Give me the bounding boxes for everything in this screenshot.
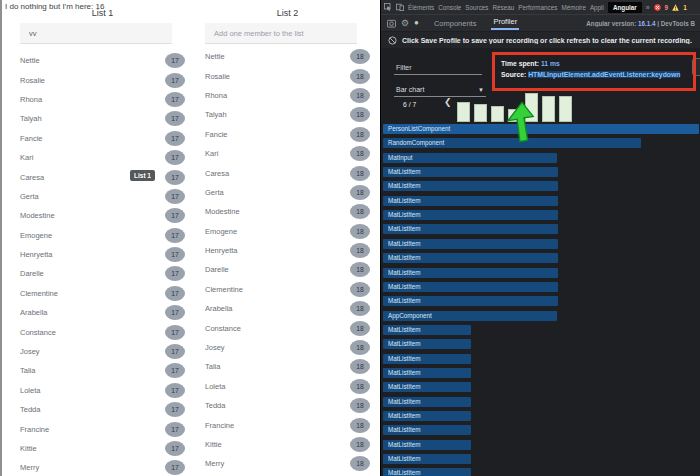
list-item[interactable]: Kari17: [20, 148, 185, 167]
flame-row-MatListItem[interactable]: MatListItem: [383, 296, 558, 306]
flame-row-MatListItem[interactable]: MatListItem: [383, 224, 558, 234]
list-item[interactable]: Henryetta18: [205, 241, 370, 260]
flame-row-MatListItem[interactable]: MatListItem: [383, 268, 558, 278]
person-badge: 18: [350, 398, 370, 413]
list-item[interactable]: Francine17: [20, 419, 185, 438]
list-item[interactable]: Rhona17: [20, 90, 185, 109]
list-item[interactable]: Darelle18: [205, 260, 370, 279]
warning-icon[interactable]: [672, 4, 679, 11]
flame-row-MatListItem[interactable]: MatListItem: [383, 339, 471, 349]
flame-row-MatListItem[interactable]: MatListItem: [383, 468, 471, 476]
list-item[interactable]: Josey18: [205, 338, 370, 357]
list-item[interactable]: Arabella18: [205, 299, 370, 318]
person-name: Kittie: [205, 440, 222, 449]
more-tabs-icon[interactable]: »: [646, 4, 650, 11]
list-item[interactable]: Merry18: [205, 454, 370, 473]
flame-row-MatListItem[interactable]: MatListItem: [383, 368, 471, 378]
person-badge: 17: [165, 53, 185, 68]
flame-row-MatListItem[interactable]: MatListItem: [383, 397, 471, 407]
page-left-edge: [0, 0, 2, 476]
list-item[interactable]: Henryetta17: [20, 245, 185, 264]
screenshot-icon[interactable]: [387, 19, 396, 28]
list-item[interactable]: Francine18: [205, 415, 370, 434]
list-item[interactable]: Fancie17: [20, 129, 185, 148]
list-item[interactable]: Talia17: [20, 361, 185, 380]
person-badge: 18: [350, 146, 370, 161]
list-item[interactable]: Clementine18: [205, 280, 370, 299]
list-item[interactable]: Merry17: [20, 458, 185, 476]
gear-icon[interactable]: ⚙: [401, 19, 409, 28]
list-item[interactable]: Kittie17: [20, 439, 185, 458]
flame-row-MatListItem[interactable]: MatListItem: [383, 196, 558, 206]
list-item[interactable]: Gerta18: [205, 183, 370, 202]
list-item[interactable]: Constance18: [205, 318, 370, 337]
list-item[interactable]: Modestine18: [205, 202, 370, 221]
flame-row-MatListItem[interactable]: MatListItem: [383, 382, 471, 392]
tab-elements[interactable]: Éléments: [408, 4, 434, 11]
list-item[interactable]: Kari18: [205, 144, 370, 163]
tab-memory[interactable]: Mémoire: [561, 4, 586, 11]
flame-row-PersonListComponent[interactable]: PersonListComponent: [383, 124, 699, 134]
list-item[interactable]: Caresa17: [20, 167, 185, 186]
person-badge: 18: [350, 437, 370, 452]
list-item[interactable]: Nettle18: [205, 47, 370, 66]
tab-components[interactable]: Components: [434, 19, 477, 28]
warning-count[interactable]: 1: [683, 4, 687, 11]
error-count[interactable]: 9: [665, 4, 669, 11]
list-item[interactable]: Emogene17: [20, 226, 185, 245]
tab-angular[interactable]: Angular: [608, 2, 642, 13]
list-item[interactable]: Kittie18: [205, 435, 370, 454]
person-name: Caresa: [205, 169, 229, 178]
list-item[interactable]: Rosalie18: [205, 66, 370, 85]
flame-row-MatInput[interactable]: MatInput: [383, 153, 557, 163]
list1-input[interactable]: [20, 23, 172, 44]
list-item[interactable]: Fancie18: [205, 125, 370, 144]
list-item[interactable]: Emogene18: [205, 222, 370, 241]
list-item[interactable]: Darelle17: [20, 264, 185, 283]
flame-row-MatListItem[interactable]: MatListItem: [383, 354, 471, 364]
list-item[interactable]: Clementine17: [20, 284, 185, 303]
person-name: Josey: [205, 343, 225, 352]
person-name: Clementine: [20, 289, 58, 298]
list-item[interactable]: Talyah17: [20, 109, 185, 128]
tab-performance[interactable]: Performances: [518, 4, 557, 11]
flame-row-MatListItem[interactable]: MatListItem: [383, 425, 471, 435]
list-item[interactable]: Gerta17: [20, 187, 185, 206]
flame-row-AppComponent[interactable]: AppComponent: [383, 311, 557, 321]
list-item[interactable]: Talia18: [205, 357, 370, 376]
flame-row-MatListItem[interactable]: MatListItem: [383, 181, 558, 191]
theme-toggle-icon[interactable]: ●: [414, 19, 419, 27]
list-item[interactable]: Loleta17: [20, 381, 185, 400]
list-item[interactable]: Josey17: [20, 342, 185, 361]
list-item[interactable]: Modestine17: [20, 206, 185, 225]
flame-row-MatListItem[interactable]: MatListItem: [383, 239, 558, 249]
tab-sources[interactable]: Sources: [465, 4, 488, 11]
list-item[interactable]: Nettle17: [20, 51, 185, 70]
source-value[interactable]: HTMLInputElement.addEventListener:keydow…: [528, 71, 680, 78]
list-item[interactable]: Constance17: [20, 322, 185, 341]
list-item[interactable]: Tedda18: [205, 396, 370, 415]
flame-row-MatListItem[interactable]: MatListItem: [383, 325, 471, 335]
flame-row-MatListItem[interactable]: MatListItem: [383, 210, 558, 220]
list-item[interactable]: Rhona18: [205, 86, 370, 105]
tab-application[interactable]: Appli: [590, 4, 604, 11]
flame-row-MatListItem[interactable]: MatListItem: [383, 440, 471, 450]
flame-row-MatListItem[interactable]: MatListItem: [383, 454, 471, 464]
flame-row-MatListItem[interactable]: MatListItem: [383, 167, 558, 177]
list-item[interactable]: Tedda17: [20, 400, 185, 419]
list-item[interactable]: Talyah18: [205, 105, 370, 124]
error-icon[interactable]: [654, 4, 661, 11]
tab-profiler[interactable]: Profiler: [491, 16, 519, 30]
device-toolbar-icon[interactable]: [396, 3, 404, 11]
tab-network[interactable]: Réseau: [492, 4, 514, 11]
flame-row-MatListItem[interactable]: MatListItem: [383, 253, 558, 263]
list-item[interactable]: Caresa18: [205, 163, 370, 182]
list-item[interactable]: Arabella17: [20, 303, 185, 322]
list-item[interactable]: Rosalie17: [20, 70, 185, 89]
flame-row-MatListItem[interactable]: MatListItem: [383, 411, 471, 421]
inspect-icon[interactable]: [384, 3, 392, 11]
tab-console[interactable]: Console: [438, 4, 461, 11]
flame-row-MatListItem[interactable]: MatListItem: [383, 282, 558, 292]
list-item[interactable]: Loleta18: [205, 377, 370, 396]
list2-input[interactable]: [205, 23, 357, 44]
